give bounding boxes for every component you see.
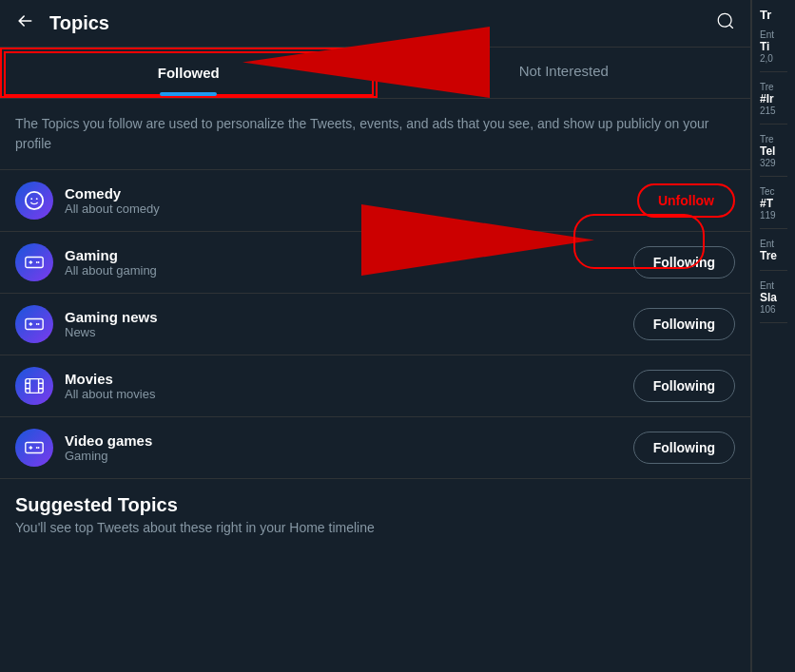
back-button[interactable] bbox=[15, 11, 34, 35]
trend-item: Ent Ti 2,0 bbox=[760, 29, 787, 72]
trend-item: Tec #T 119 bbox=[760, 186, 787, 229]
topic-item: Comedy All about comedy Unfollow bbox=[0, 170, 750, 232]
topic-info-gaming-news: Gaming news News bbox=[65, 309, 633, 339]
trending-header: Tr bbox=[760, 8, 787, 22]
tabs-container: Followed Not Interested bbox=[0, 48, 750, 99]
topic-item: Gaming All about gaming Following bbox=[0, 232, 750, 294]
topic-desc: Gaming bbox=[65, 449, 633, 463]
topic-desc: All about comedy bbox=[65, 202, 637, 216]
topic-item: Movies All about movies Following bbox=[0, 355, 750, 417]
topic-name: Gaming news bbox=[65, 309, 633, 325]
trend-item: Ent Sla 106 bbox=[760, 280, 787, 323]
main-panel: Topics Followed Not Interested The Topic… bbox=[0, 0, 751, 672]
svg-point-2 bbox=[36, 198, 38, 200]
svg-point-8 bbox=[38, 323, 40, 325]
svg-rect-9 bbox=[26, 379, 43, 394]
svg-rect-10 bbox=[26, 443, 43, 453]
svg-point-4 bbox=[36, 261, 38, 263]
svg-point-11 bbox=[36, 447, 38, 449]
topic-icon-video-games bbox=[15, 429, 53, 467]
svg-rect-3 bbox=[26, 258, 43, 268]
topic-desc: News bbox=[65, 325, 633, 339]
topic-name: Gaming bbox=[65, 247, 633, 263]
topic-name: Video games bbox=[65, 432, 633, 449]
topic-icon-comedy bbox=[15, 182, 53, 220]
page-title: Topics bbox=[49, 12, 109, 34]
svg-point-0 bbox=[26, 192, 43, 209]
topic-info-movies: Movies All about movies bbox=[65, 371, 633, 401]
topic-list: Comedy All about comedy Unfollow Gaming … bbox=[0, 170, 750, 479]
suggested-desc: You'll see top Tweets about these right … bbox=[15, 520, 735, 535]
topic-info-gaming: Gaming All about gaming bbox=[65, 247, 633, 278]
topic-name: Comedy bbox=[65, 185, 637, 202]
tab-not-interested[interactable]: Not Interested bbox=[378, 48, 751, 98]
unfollow-button[interactable]: Unfollow bbox=[637, 183, 735, 218]
topic-item: Gaming news News Following bbox=[0, 294, 750, 355]
following-button-video-games[interactable]: Following bbox=[633, 432, 735, 464]
following-button-gaming-news[interactable]: Following bbox=[633, 308, 735, 340]
header: Topics bbox=[0, 0, 750, 48]
suggested-section: Suggested Topics You'll see top Tweets a… bbox=[0, 479, 750, 550]
topic-item: Video games Gaming Following bbox=[0, 417, 750, 479]
trend-item: Ent Tre bbox=[760, 239, 787, 271]
topic-icon-movies bbox=[15, 367, 53, 405]
trend-item: Tre #Ir 215 bbox=[760, 82, 787, 125]
suggested-title: Suggested Topics bbox=[15, 494, 735, 516]
trend-item: Tre Tel 329 bbox=[760, 134, 787, 177]
tab-followed[interactable]: Followed bbox=[0, 48, 378, 98]
search-icon[interactable] bbox=[716, 11, 735, 35]
svg-point-7 bbox=[36, 323, 38, 325]
topic-icon-gaming-news bbox=[15, 305, 53, 343]
topic-icon-gaming bbox=[15, 243, 53, 281]
svg-point-1 bbox=[30, 198, 32, 200]
svg-point-12 bbox=[38, 447, 40, 449]
topic-description: The Topics you follow are used to person… bbox=[0, 99, 750, 170]
topic-desc: All about movies bbox=[65, 387, 633, 401]
svg-rect-6 bbox=[26, 319, 43, 330]
following-button-movies[interactable]: Following bbox=[633, 370, 735, 402]
topic-desc: All about gaming bbox=[65, 263, 633, 278]
sidebar-content: Tr Ent Ti 2,0 Tre #Ir 215 Tre Tel 329 Te… bbox=[760, 8, 787, 323]
topic-name: Movies bbox=[65, 371, 633, 387]
svg-point-5 bbox=[38, 261, 40, 263]
right-sidebar: Tr Ent Ti 2,0 Tre #Ir 215 Tre Tel 329 Te… bbox=[751, 0, 795, 672]
topic-info-video-games: Video games Gaming bbox=[65, 432, 633, 463]
topic-info-comedy: Comedy All about comedy bbox=[65, 185, 637, 216]
following-button-gaming[interactable]: Following bbox=[633, 246, 735, 278]
